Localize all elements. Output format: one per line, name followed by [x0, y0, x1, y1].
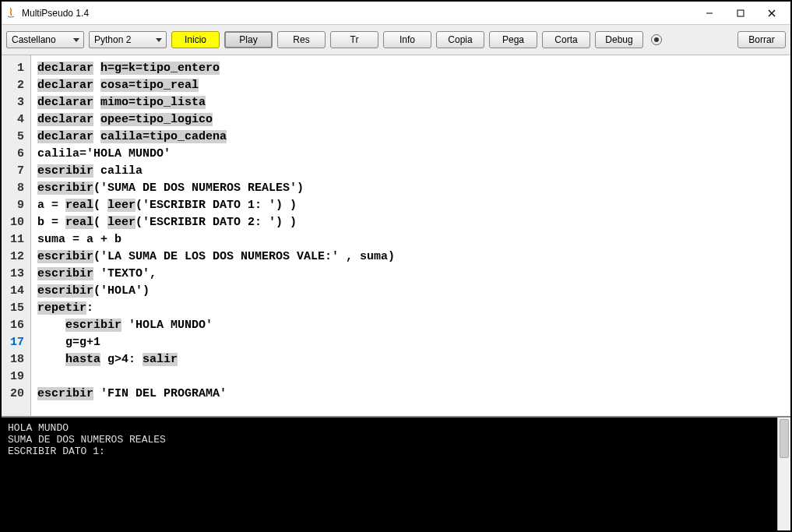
code-line[interactable]: b = real( leer('ESCRIBIR DATO 2: ') )	[37, 214, 784, 231]
code-line[interactable]: escribir 'TEXTO',	[37, 266, 784, 283]
minimize-button[interactable]	[694, 3, 725, 23]
radio-indicator[interactable]	[651, 34, 662, 45]
code-line[interactable]: declarar calila=tipo_cadena	[37, 129, 784, 146]
svg-rect-1	[737, 10, 744, 16]
scroll-thumb[interactable]	[780, 419, 789, 458]
code-line[interactable]: suma = a + b	[37, 231, 784, 248]
code-line[interactable]: repetir:	[37, 300, 784, 317]
line-number: 7	[2, 163, 30, 180]
code-line[interactable]: hasta g>4: salir	[37, 351, 784, 368]
code-line[interactable]: declarar h=g=k=tipo_entero	[37, 60, 784, 77]
corta-button[interactable]: Corta	[542, 31, 590, 48]
play-button[interactable]: Play	[224, 31, 273, 48]
line-number: 17	[2, 334, 30, 351]
code-line[interactable]: escribir calila	[37, 163, 784, 180]
code-area[interactable]: declarar h=g=k=tipo_enterodeclarar cosa=…	[31, 55, 790, 416]
line-gutter: 1234567891011121314151617181920	[2, 55, 31, 416]
main-window: MultiPseudo 1.4 Castellano Python 2 Inic…	[0, 0, 792, 532]
console-panel: HOLA MUNDO SUMA DE DOS NUMEROS REALES ES…	[2, 417, 790, 530]
toolbar: Castellano Python 2 Inicio Play Res Tr I…	[2, 25, 790, 55]
language-dropdown[interactable]: Castellano	[6, 31, 84, 48]
line-number: 14	[2, 283, 30, 300]
code-line[interactable]: escribir('SUMA DE DOS NUMEROS REALES')	[37, 180, 784, 197]
line-number: 16	[2, 317, 30, 334]
line-number: 15	[2, 300, 30, 317]
code-line[interactable]: escribir 'HOLA MUNDO'	[37, 317, 784, 334]
line-number: 13	[2, 266, 30, 283]
copia-button[interactable]: Copia	[436, 31, 484, 48]
code-line[interactable]: g=g+1	[37, 334, 784, 351]
code-line[interactable]: declarar opee=tipo_logico	[37, 111, 784, 129]
line-number: 11	[2, 231, 30, 248]
python-dropdown-label: Python 2	[94, 34, 131, 45]
titlebar[interactable]: MultiPseudo 1.4	[2, 2, 790, 25]
inicio-button[interactable]: Inicio	[171, 31, 220, 48]
java-icon	[5, 7, 17, 19]
code-line[interactable]: escribir('LA SUMA DE LOS DOS NUMEROS VAL…	[37, 248, 784, 266]
code-editor[interactable]: 1234567891011121314151617181920 declarar…	[2, 55, 790, 417]
code-line[interactable]: escribir 'FIN DEL PROGRAMA'	[37, 386, 784, 403]
debug-button[interactable]: Debug	[595, 31, 643, 48]
code-line[interactable]: declarar cosa=tipo_real	[37, 77, 784, 94]
line-number: 8	[2, 180, 30, 197]
code-line[interactable]: calila='HOLA MUNDO'	[37, 146, 784, 163]
close-button[interactable]	[756, 3, 787, 23]
console-scrollbar[interactable]	[777, 417, 790, 530]
line-number: 3	[2, 94, 30, 111]
pega-button[interactable]: Pega	[489, 31, 537, 48]
code-line[interactable]: declarar mimo=tipo_lista	[37, 94, 784, 111]
line-number: 5	[2, 129, 30, 146]
code-line[interactable]	[37, 368, 784, 386]
language-dropdown-label: Castellano	[12, 34, 56, 45]
code-line[interactable]: escribir('HOLA')	[37, 283, 784, 300]
window-title: MultiPseudo 1.4	[22, 8, 694, 19]
line-number: 10	[2, 214, 30, 231]
code-line[interactable]: a = real( leer('ESCRIBIR DATO 1: ') )	[37, 197, 784, 214]
line-number: 1	[2, 60, 30, 77]
console-output[interactable]: HOLA MUNDO SUMA DE DOS NUMEROS REALES ES…	[2, 417, 777, 530]
line-number: 2	[2, 77, 30, 94]
borrar-button[interactable]: Borrar	[737, 31, 786, 48]
line-number: 20	[2, 386, 30, 403]
info-button[interactable]: Info	[383, 31, 431, 48]
line-number: 18	[2, 351, 30, 368]
line-number: 9	[2, 197, 30, 214]
res-button[interactable]: Res	[277, 31, 326, 48]
maximize-button[interactable]	[725, 3, 756, 23]
line-number: 6	[2, 146, 30, 163]
line-number: 4	[2, 111, 30, 129]
python-dropdown[interactable]: Python 2	[89, 31, 167, 48]
line-number: 12	[2, 248, 30, 266]
line-number: 19	[2, 368, 30, 386]
tr-button[interactable]: Tr	[330, 31, 378, 48]
